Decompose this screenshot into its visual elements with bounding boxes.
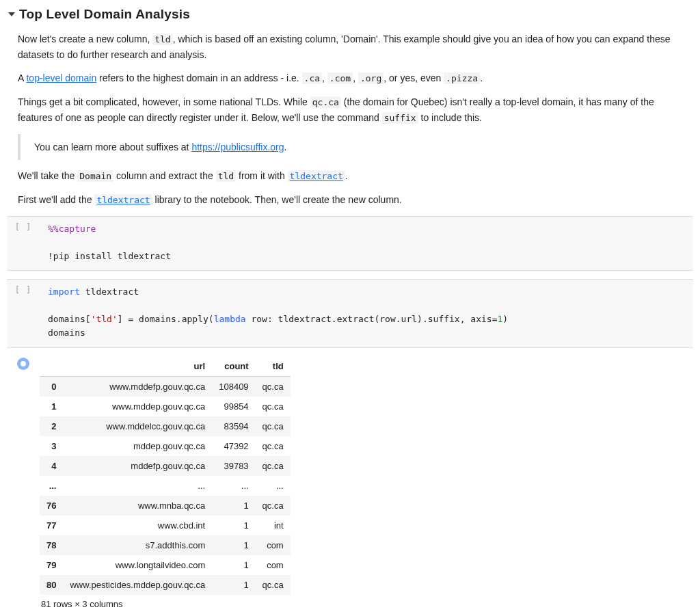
cell-code[interactable]: import tldextract domains['tld'] = domai…: [40, 280, 693, 347]
table-row: 80www.pesticides.mddep.gouv.qc.ca1qc.ca: [40, 575, 291, 595]
paragraph-5: First we'll add the tldextract library t…: [18, 192, 688, 208]
table-row: 1www.mddep.gouv.qc.ca99854qc.ca: [40, 397, 291, 416]
inline-code: .org: [358, 72, 383, 84]
cell-count: 99854: [212, 397, 255, 416]
cell-tld: qc.ca: [256, 397, 291, 416]
chevron-down-icon: [8, 12, 15, 16]
row-index: 2: [40, 416, 63, 436]
row-index: 1: [40, 397, 63, 416]
cell-url: s7.addthis.com: [63, 535, 212, 555]
top-level-domain-link[interactable]: top-level domain: [26, 72, 96, 83]
cell-url: ...: [63, 476, 212, 496]
code-cell-1[interactable]: [ ] %%capture !pip install tldextract: [7, 216, 693, 271]
row-index: 4: [40, 456, 63, 476]
cell-count: 1: [212, 516, 255, 535]
table-row: 77www.cbd.int1int: [40, 516, 291, 535]
table-row: ............: [40, 476, 291, 496]
markdown-body: Now let's create a new column, tld, whic…: [18, 31, 688, 208]
table-row: 3mddep.gouv.qc.ca47392qc.ca: [40, 436, 291, 456]
inline-code: Domain: [77, 170, 113, 182]
cell-count: 108409: [212, 376, 255, 397]
cell-tld: com: [256, 555, 291, 575]
row-index: 0: [40, 376, 63, 397]
cell-tld: qc.ca: [256, 456, 291, 476]
output-toggle-icon[interactable]: [17, 358, 29, 370]
table-row: 0www.mddefp.gouv.qc.ca108409qc.ca: [40, 376, 291, 397]
dataframe-output: url count tld 0www.mddefp.gouv.qc.ca1084…: [40, 356, 291, 609]
note-block: You can learn more about suffixes at htt…: [18, 134, 688, 160]
section-title: Top Level Domain Analysis: [19, 7, 190, 22]
cell-tld: qc.ca: [256, 436, 291, 456]
cell-count: 1: [212, 575, 255, 595]
table-header-index: [40, 356, 63, 377]
paragraph-1: Now let's create a new column, tld, whic…: [18, 31, 688, 62]
paragraph-2: A top-level domain refers to the highest…: [18, 70, 688, 86]
output-gutter[interactable]: [7, 356, 40, 609]
table-header-tld: tld: [256, 356, 291, 377]
cell-output: url count tld 0www.mddefp.gouv.qc.ca1084…: [7, 356, 693, 609]
cell-url: mddefp.gouv.qc.ca: [63, 456, 212, 476]
cell-url: mddep.gouv.qc.ca: [63, 436, 212, 456]
row-index: 3: [40, 436, 63, 456]
cell-tld: com: [256, 535, 291, 555]
inline-code: suffix: [382, 112, 418, 124]
table-header-row: url count tld: [40, 356, 291, 377]
cell-tld: ...: [256, 476, 291, 496]
row-index: 80: [40, 575, 63, 595]
cell-count: 1: [212, 496, 255, 516]
inline-code: .pizza: [444, 72, 480, 84]
cell-url: www.longtailvideo.com: [63, 555, 212, 575]
cell-tld: qc.ca: [256, 575, 291, 595]
cell-prompt[interactable]: [ ]: [7, 217, 40, 270]
row-index: ...: [40, 476, 63, 496]
cell-tld: qc.ca: [256, 496, 291, 516]
code-cell-2[interactable]: [ ] import tldextract domains['tld'] = d…: [7, 279, 693, 348]
paragraph-3: Things get a bit complicated, however, i…: [18, 94, 688, 126]
cell-count: 1: [212, 535, 255, 555]
publicsuffix-link[interactable]: https://publicsuffix.org: [191, 142, 284, 152]
cell-count: 39783: [212, 456, 255, 476]
tldextract-link[interactable]: tldextract: [288, 170, 345, 181]
cell-url: www.mddep.gouv.qc.ca: [63, 397, 212, 416]
dataframe-table: url count tld 0www.mddefp.gouv.qc.ca1084…: [40, 356, 291, 595]
cell-url: www.mnba.qc.ca: [63, 496, 212, 516]
table-row: 78s7.addthis.com1com: [40, 535, 291, 555]
inline-code: .ca: [302, 72, 322, 84]
row-index: 77: [40, 516, 63, 535]
cell-tld: int: [256, 516, 291, 535]
cell-url: www.mddelcc.gouv.qc.ca: [63, 416, 212, 436]
row-index: 79: [40, 555, 63, 575]
table-row: 2www.mddelcc.gouv.qc.ca83594qc.ca: [40, 416, 291, 436]
cell-count: 1: [212, 555, 255, 575]
section-header[interactable]: Top Level Domain Analysis: [7, 7, 693, 22]
row-index: 78: [40, 535, 63, 555]
cell-url: www.pesticides.mddep.gouv.qc.ca: [63, 575, 212, 595]
cell-url: www.mddefp.gouv.qc.ca: [63, 376, 212, 397]
cell-tld: qc.ca: [256, 416, 291, 436]
table-row: 4mddefp.gouv.qc.ca39783qc.ca: [40, 456, 291, 476]
inline-code: .com: [327, 72, 353, 84]
table-header-count: count: [212, 356, 255, 377]
cell-tld: qc.ca: [256, 376, 291, 397]
dataframe-footer: 81 rows × 3 columns: [40, 595, 291, 609]
cell-count: 47392: [212, 436, 255, 456]
table-row: 76www.mnba.qc.ca1qc.ca: [40, 496, 291, 516]
row-index: 76: [40, 496, 63, 516]
cell-prompt[interactable]: [ ]: [7, 280, 40, 347]
cell-count: 83594: [212, 416, 255, 436]
table-header-url: url: [63, 356, 212, 377]
inline-code: tld: [216, 170, 236, 182]
cell-code[interactable]: %%capture !pip install tldextract: [40, 217, 693, 270]
inline-code: tld: [152, 34, 172, 45]
tldextract-link-2[interactable]: tldextract: [94, 194, 152, 205]
inline-code: qc.ca: [310, 96, 341, 108]
table-row: 79www.longtailvideo.com1com: [40, 555, 291, 575]
cell-url: www.cbd.int: [63, 516, 212, 535]
cell-count: ...: [212, 476, 255, 496]
paragraph-4: We'll take the Domain column and extract…: [18, 168, 688, 184]
